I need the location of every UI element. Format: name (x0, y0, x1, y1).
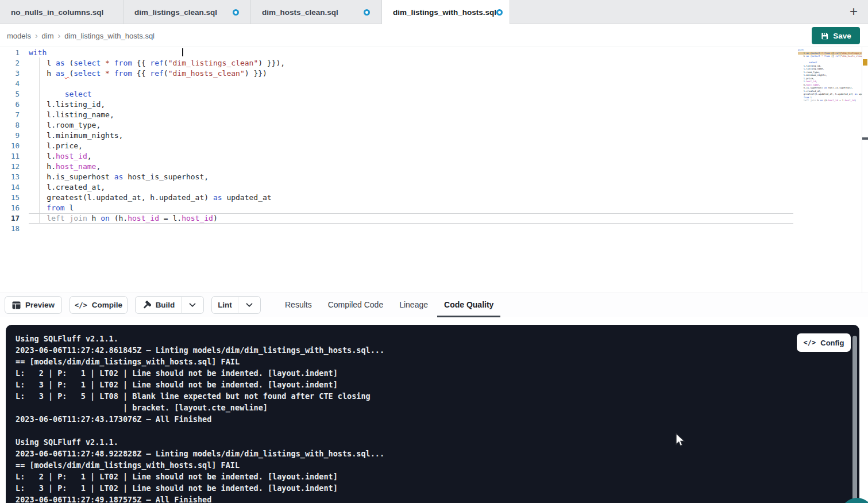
terminal-line: L: 2 | P: 1 | LT02 | Line should not be … (16, 471, 859, 482)
overview-ruler-border (862, 47, 862, 293)
editor-toolbar: Preview </> Compile Build Lint (0, 293, 868, 317)
overview-ruler-position-marker (862, 137, 868, 140)
mouse-cursor (676, 433, 686, 451)
terminal-line: 2023-06-06T11:27:42.861845Z — Linting mo… (16, 344, 859, 356)
code-line (29, 224, 793, 234)
minimap-line: left join h on (h.host_id = l.host_id) (798, 99, 862, 102)
terminal-line: == [models/dim/dim_listings_with_hosts.s… (16, 459, 859, 471)
editor-tab-bar: no_nulls_in_columns.sqldim_listings_clea… (0, 0, 868, 24)
table-grid-icon (12, 301, 21, 309)
line-number: 12 (0, 162, 20, 172)
tab-lineage[interactable]: Lineage (391, 293, 436, 317)
lint-button[interactable]: Lint (211, 296, 238, 314)
overview-ruler-warning-marker (863, 59, 867, 66)
line-number: 10 (0, 141, 20, 151)
breadcrumb-segment-models[interactable]: models (7, 32, 31, 40)
lint-config-button[interactable]: </> Config (797, 333, 851, 352)
line-number: 2 (0, 58, 20, 68)
code-line: h.is_superhost as host_is_superhost, (29, 172, 793, 182)
line-number: 11 (0, 151, 20, 162)
line-number: 15 (0, 193, 20, 203)
line-number: 18 (0, 224, 20, 234)
line-number: 8 (0, 120, 20, 130)
text-cursor (182, 48, 183, 56)
results-panel-tabs: Results Compiled Code Lineage Code Quali… (277, 293, 501, 317)
line-number: 14 (0, 182, 20, 193)
breadcrumb-separator: › (54, 31, 65, 40)
terminal-line: == [models/dim/dim_listings_with_hosts.s… (16, 356, 859, 367)
terminal-line: | bracket. [layout.cte_newline] (16, 402, 859, 413)
code-lines: with l as (select * from {{ ref("dim_lis… (29, 48, 793, 234)
minimap-line: h as (select * from {{ ref("dim_hosts_cl… (798, 55, 862, 58)
unsaved-changes-dot-icon (364, 9, 370, 16)
editor-tab[interactable]: dim_listings_with_hosts.sql (382, 0, 510, 24)
chevron-down-icon (189, 303, 196, 308)
new-tab-button[interactable]: + (845, 3, 862, 21)
code-line: l.room_type, (29, 120, 793, 130)
terminal-line: L: 3 | P: 5 | LT08 | Blank line expected… (16, 390, 859, 402)
line-number: 5 (0, 89, 20, 99)
code-line: l.host_id, (29, 151, 793, 162)
breadcrumb-segment-dim[interactable]: dim (42, 32, 54, 40)
line-number: 7 (0, 110, 20, 120)
hammer-icon (142, 301, 151, 310)
breadcrumb-separator: › (31, 31, 42, 40)
minimap[interactable]: with l as (select * from {{ ref("dim_lis… (798, 48, 862, 105)
terminal-line: 2023-06-06T11:27:43.173076Z — All Finish… (16, 413, 859, 425)
line-number: 6 (0, 99, 20, 110)
line-number: 16 (0, 203, 20, 213)
line-number: 4 (0, 79, 20, 89)
line-number: 1 (0, 48, 20, 58)
tab-compiled-code[interactable]: Compiled Code (320, 293, 392, 317)
tab-label: dim_hosts_clean.sql (262, 8, 338, 17)
tab-label: dim_listings_clean.sql (134, 8, 217, 17)
terminal-line: 2023-06-06T11:27:49.187575Z — All Finish… (16, 494, 859, 503)
editor-tab[interactable]: dim_hosts_clean.sql (251, 0, 382, 24)
dbt-cloud-ide: no_nulls_in_columns.sqldim_listings_clea… (0, 0, 868, 503)
config-label: Config (820, 339, 844, 347)
terminal-line: 2023-06-06T11:27:48.922828Z — Linting mo… (16, 448, 859, 459)
code-icon: </> (804, 339, 816, 347)
breadcrumb: models › dim › dim_listings_with_hosts.s… (7, 24, 155, 47)
code-line: l.price, (29, 141, 793, 151)
compile-label: Compile (92, 301, 122, 309)
lint-label: Lint (218, 301, 232, 309)
code-line: l.minimum_nights, (29, 130, 793, 141)
code-icon: </> (75, 301, 87, 309)
line-number: 9 (0, 130, 20, 141)
preview-button[interactable]: Preview (5, 296, 62, 314)
code-line: from l (29, 203, 793, 213)
terminal-line: Using SQLFluff v2.1.1. (16, 333, 859, 344)
editor-tab[interactable]: dim_listings_clean.sql (124, 0, 251, 24)
terminal-line (16, 425, 859, 436)
code-line (29, 79, 793, 89)
code-line: select (29, 89, 793, 99)
terminal-output: Using SQLFluff v2.1.1.2023-06-06T11:27:4… (6, 325, 859, 503)
save-button-label: Save (833, 32, 851, 40)
unsaved-changes-dot-icon (496, 9, 503, 16)
compile-button[interactable]: </> Compile (70, 296, 128, 314)
code-editor[interactable]: 123456789101112131415161718 with l as (s… (0, 47, 868, 293)
code-line: h as (select * from {{ ref("dim_hosts_cl… (29, 68, 793, 79)
editor-tab[interactable]: no_nulls_in_columns.sql (0, 0, 124, 24)
code-line: l as (select * from {{ ref("dim_listings… (29, 58, 793, 68)
save-button[interactable]: Save (812, 27, 860, 44)
terminal-scrollbar[interactable] (852, 336, 857, 503)
line-number: 3 (0, 68, 20, 79)
lint-dropdown-button[interactable] (238, 296, 261, 314)
floppy-disk-icon (820, 32, 829, 40)
terminal-line: L: 3 | P: 1 | LT02 | Line should not be … (16, 482, 859, 494)
build-dropdown-button[interactable] (181, 296, 204, 314)
tab-results[interactable]: Results (277, 293, 320, 317)
preview-label: Preview (25, 301, 55, 309)
breadcrumb-segment-file: dim_listings_with_hosts.sql (64, 32, 155, 40)
code-line: h.host_name, (29, 162, 793, 172)
code-line: greatest(l.updated_at, h.updated_at) as … (29, 193, 793, 203)
unsaved-changes-dot-icon (233, 9, 239, 16)
file-header-row: models › dim › dim_listings_with_hosts.s… (0, 24, 868, 47)
tab-label: dim_listings_with_hosts.sql (393, 8, 496, 17)
tab-code-quality[interactable]: Code Quality (436, 293, 501, 317)
chevron-down-icon (246, 303, 253, 308)
code-line: left join h on (h.host_id = l.host_id) (29, 213, 793, 224)
build-button[interactable]: Build (135, 296, 182, 314)
